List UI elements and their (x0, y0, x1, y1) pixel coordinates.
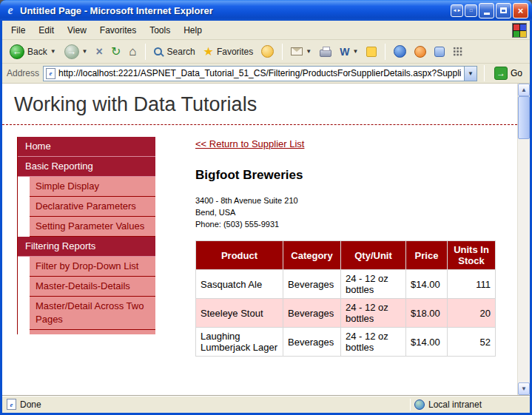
window-title: Untitled Page - Microsoft Internet Explo… (20, 5, 447, 16)
zone-label: Local intranet (428, 399, 482, 410)
col-header-product: Product (196, 241, 283, 270)
back-dropdown-icon[interactable]: ▼ (50, 48, 56, 55)
notes-icon (366, 47, 377, 57)
nav-master-details-details[interactable]: Master-Details-Details (30, 277, 155, 297)
search-icon (154, 47, 162, 55)
nav-setting-parameter-values[interactable]: Setting Parameter Values (30, 217, 155, 237)
back-label: Back (27, 47, 47, 57)
forward-button[interactable]: → ▼ (61, 43, 91, 61)
scrollbar-thumb[interactable] (518, 96, 530, 139)
cell-product: Sasquatch Ale (196, 270, 283, 299)
menu-help[interactable]: Help (178, 23, 208, 38)
titlebar-arrows-button[interactable]: ◄► (451, 4, 463, 17)
go-icon: → (494, 67, 508, 80)
vertical-scrollbar[interactable]: ▲ ▼ (517, 84, 530, 395)
menu-favorites[interactable]: Favorites (94, 23, 142, 38)
menu-tools[interactable]: Tools (144, 23, 176, 38)
minimize-icon (484, 13, 490, 15)
nav-home[interactable]: Home (18, 137, 155, 157)
mail-dropdown-icon[interactable]: ▼ (306, 48, 312, 55)
mail-button[interactable]: ▼ (288, 46, 314, 57)
toolbar-separator (145, 44, 146, 60)
blue-chip-icon (434, 47, 445, 57)
close-button[interactable]: × (513, 3, 528, 18)
address-input[interactable]: e http://localhost:2221/ASPNET_Data_Tuto… (43, 66, 477, 81)
home-button[interactable]: ⌂ (126, 43, 139, 61)
print-icon (320, 50, 331, 57)
cell-price: $14.00 (406, 270, 448, 299)
favorites-label: Favorites (217, 47, 253, 57)
status-page-icon: e (7, 399, 16, 410)
table-row: Laughing Lumberjack Lager Beverages 24 -… (196, 328, 496, 357)
scroll-down-button[interactable]: ▼ (518, 382, 530, 395)
address-bar: Address e http://localhost:2221/ASPNET_D… (2, 64, 530, 84)
favorites-button[interactable]: ★ Favorites (201, 43, 257, 60)
discuss-button[interactable] (363, 45, 380, 58)
history-icon (261, 45, 274, 58)
page-title: Working with Data Tutorials (14, 93, 517, 116)
supplier-name: Bigfoot Breweries (195, 168, 517, 183)
research-button[interactable] (411, 44, 429, 59)
back-button[interactable]: ← Back ▼ (7, 43, 59, 61)
edit-with-word-button[interactable]: W ▼ (337, 44, 361, 59)
menu-file[interactable]: File (5, 23, 31, 38)
stop-button[interactable]: × (93, 43, 106, 61)
print-button[interactable] (317, 45, 334, 58)
titlebar-window-button[interactable]: □ (465, 4, 477, 17)
cell-qty-unit: 24 - 12 oz bottles (341, 328, 406, 357)
refresh-icon: ↻ (111, 44, 121, 59)
history-button[interactable] (258, 44, 277, 59)
cell-category: Beverages (283, 270, 341, 299)
messenger-button[interactable] (391, 44, 409, 59)
col-header-units-in-stock: Units In Stock (448, 241, 496, 270)
edit-dropdown-icon[interactable]: ▼ (352, 48, 358, 55)
search-button[interactable]: Search (151, 45, 198, 58)
scrollbar-track[interactable] (518, 96, 530, 382)
cell-price: $14.00 (406, 328, 448, 357)
home-icon: ⌂ (129, 44, 136, 59)
titlebar[interactable]: e Untitled Page - Microsoft Internet Exp… (0, 0, 532, 21)
table-row: Sasquatch Ale Beverages 24 - 12 oz bottl… (196, 270, 496, 299)
cell-category: Beverages (283, 299, 341, 328)
status-text: Done (20, 399, 41, 410)
page-content: Working with Data Tutorials Home Basic R… (2, 84, 517, 395)
return-to-supplier-list-link[interactable]: << Return to Supplier List (195, 138, 304, 149)
address-url[interactable]: http://localhost:2221/ASPNET_Data_Tutori… (58, 68, 461, 78)
scroll-up-button[interactable]: ▲ (518, 84, 530, 96)
nav-simple-display[interactable]: Simple Display (30, 177, 155, 197)
extra-tool-button[interactable] (431, 45, 448, 58)
cell-product: Steeleye Stout (196, 299, 283, 328)
nav-declarative-parameters[interactable]: Declarative Parameters (30, 197, 155, 217)
refresh-button[interactable]: ↻ (108, 43, 124, 61)
go-button[interactable]: → Go (491, 66, 525, 81)
favorites-star-icon: ★ (203, 44, 214, 58)
cell-units-in-stock: 20 (448, 299, 496, 328)
search-label: Search (167, 47, 195, 57)
nav-basic-reporting[interactable]: Basic Reporting (18, 157, 155, 177)
nav-filtering-reports[interactable]: Filtering Reports (18, 237, 155, 257)
table-header-row: Product Category Qty/Unit Price Units In… (196, 241, 496, 270)
minimize-button[interactable] (479, 3, 494, 18)
nav-master-detail-across-two-pages[interactable]: Master/Detail Across Two Pages (30, 297, 155, 330)
nav-filter-by-drop-down-list[interactable]: Filter by Drop-Down List (30, 257, 155, 277)
address-label: Address (7, 68, 39, 78)
menu-view[interactable]: View (61, 23, 92, 38)
table-row: Steeleye Stout Beverages 24 - 12 oz bott… (196, 299, 496, 328)
status-bar: e Done Local intranet (2, 395, 530, 413)
cell-units-in-stock: 111 (448, 270, 496, 299)
menu-edit[interactable]: Edit (33, 23, 60, 38)
cell-units-in-stock: 52 (448, 328, 496, 357)
grid-tool-button[interactable] (450, 45, 465, 58)
maximize-button[interactable] (496, 3, 511, 18)
supplier-address-line1: 3400 - 8th Avenue Suite 210 (195, 195, 517, 206)
maximize-icon (500, 7, 507, 13)
main-content: << Return to Supplier List Bigfoot Brewe… (195, 137, 517, 357)
statusbar-divider (410, 399, 411, 411)
address-dropdown-button[interactable]: ▼ (464, 67, 477, 81)
nav-item-clipped[interactable] (30, 330, 155, 334)
mail-icon (291, 47, 303, 55)
supplier-address-line2: Bend, USA (195, 206, 517, 218)
forward-dropdown-icon[interactable]: ▼ (82, 48, 88, 55)
intranet-zone-icon (414, 399, 425, 410)
browser-window: e Untitled Page - Microsoft Internet Exp… (0, 0, 532, 415)
